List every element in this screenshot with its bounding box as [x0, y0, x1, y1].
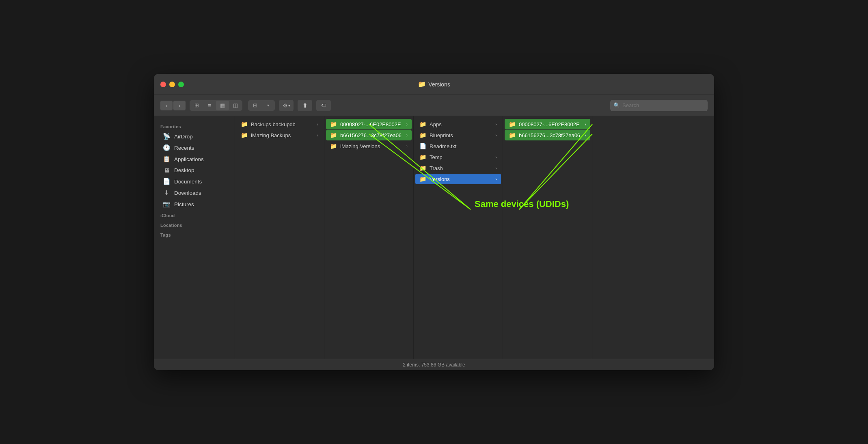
- chevron-icon: ›: [406, 122, 408, 127]
- item-label: Versions: [430, 176, 492, 182]
- item-label: Readme.txt: [430, 143, 497, 149]
- title-folder-icon: 📁: [418, 80, 426, 88]
- sidebar-label-pictures: Pictures: [174, 201, 194, 207]
- item-versions[interactable]: 📁 Versions ›: [415, 174, 501, 184]
- toolbar: ‹ › ⊞ ≡ ▦ ◫ ⊞ ▾ ⚙ ▾ ⬆ 🏷 🔍: [154, 95, 714, 116]
- chevron-icon: ›: [585, 122, 586, 127]
- file-icon: 📄: [419, 143, 426, 149]
- item-udid1-right[interactable]: 📁 00008027-...6E02E8002E ›: [505, 119, 590, 129]
- documents-icon: 📄: [163, 178, 170, 185]
- item-imazing-versions[interactable]: 📁 iMazing.Versions ›: [326, 141, 412, 151]
- item-apps[interactable]: 📁 Apps ›: [415, 119, 501, 129]
- sidebar-label-downloads: Downloads: [174, 190, 201, 196]
- sidebar-label-documents: Documents: [174, 179, 202, 185]
- chevron-icon: ›: [495, 122, 497, 127]
- folder-icon: 📁: [419, 165, 426, 171]
- airdrop-icon: 📡: [163, 133, 170, 140]
- folder-icon: 📁: [419, 176, 426, 182]
- arrange-view-button[interactable]: ⊞: [248, 101, 261, 110]
- item-label: 00008027-...6E02E8002E: [340, 121, 403, 127]
- folder-icon: 📁: [241, 121, 248, 127]
- desktop-icon: 🖥: [163, 167, 170, 174]
- icon-view-button[interactable]: ⊞: [190, 101, 203, 110]
- chevron-icon: ›: [495, 155, 497, 159]
- item-udid1[interactable]: 📁 00008027-...6E02E8002E ›: [326, 119, 412, 129]
- search-box[interactable]: 🔍: [610, 100, 708, 111]
- chevron-icon: ›: [317, 122, 318, 127]
- folder-icon: 📁: [330, 143, 337, 149]
- item-label: b66156276...3c78f27ea06: [340, 132, 403, 138]
- item-label: iMazing Backups: [251, 132, 313, 138]
- main-area: Favorites 📡 AirDrop 🕐 Recents 📋 Applicat…: [154, 116, 714, 359]
- folder-icon: 📁: [419, 132, 426, 138]
- nav-buttons: ‹ ›: [160, 101, 186, 110]
- item-temp[interactable]: 📁 Temp ›: [415, 152, 501, 162]
- sidebar-label-desktop: Desktop: [174, 167, 194, 173]
- folder-icon: 📁: [419, 154, 426, 160]
- gallery-view-button[interactable]: ◫: [229, 101, 242, 110]
- item-blueprints[interactable]: 📁 Blueprints ›: [415, 130, 501, 140]
- maximize-button[interactable]: [178, 82, 184, 87]
- column-1: 📁 Backups.backupdb › 📁 iMazing Backups ›: [235, 116, 324, 359]
- chevron-icon: ›: [406, 133, 408, 138]
- search-input[interactable]: [622, 102, 704, 108]
- sidebar-item-pictures[interactable]: 📷 Pictures: [156, 198, 232, 210]
- item-trash[interactable]: 📁 Trash ›: [415, 163, 501, 173]
- downloads-icon: ⬇: [163, 189, 170, 196]
- sidebar-item-downloads[interactable]: ⬇ Downloads: [156, 187, 232, 198]
- back-button[interactable]: ‹: [160, 101, 173, 110]
- column-2: 📁 00008027-...6E02E8002E › 📁 b66156276..…: [324, 116, 414, 359]
- chevron-icon: ›: [495, 166, 497, 170]
- sidebar-label-airdrop: AirDrop: [174, 134, 193, 140]
- gear-chevron-icon: ▾: [288, 103, 290, 108]
- chevron-icon: ›: [495, 133, 497, 138]
- status-text: 2 items, 753.86 GB available: [403, 362, 465, 368]
- sidebar-label-applications: Applications: [174, 156, 204, 162]
- item-udid2-right[interactable]: 📁 b66156276...3c78f27ea06 ›: [505, 130, 590, 140]
- item-imazing-backups[interactable]: 📁 iMazing Backups ›: [237, 130, 322, 140]
- tag-icon: 🏷: [321, 102, 326, 108]
- gear-button[interactable]: ⚙ ▾: [279, 100, 294, 111]
- item-label: b66156276...3c78f27ea06: [519, 132, 581, 138]
- pictures-icon: 📷: [163, 200, 170, 208]
- sidebar-item-desktop[interactable]: 🖥 Desktop: [156, 165, 232, 176]
- item-label: Backups.backupdb: [251, 121, 313, 127]
- columns-area: 📁 Backups.backupdb › 📁 iMazing Backups ›…: [235, 116, 714, 359]
- titlebar: 📁 Versions: [154, 74, 714, 95]
- sidebar-item-applications[interactable]: 📋 Applications: [156, 153, 232, 165]
- folder-green-icon: 📁: [509, 132, 516, 138]
- minimize-button[interactable]: [169, 82, 175, 87]
- sidebar-item-recents[interactable]: 🕐 Recents: [156, 142, 232, 153]
- forward-button[interactable]: ›: [173, 101, 186, 110]
- item-udid2[interactable]: 📁 b66156276...3c78f27ea06 ›: [326, 130, 412, 140]
- folder-green-icon: 📁: [509, 121, 516, 127]
- list-view-button[interactable]: ≡: [203, 101, 216, 110]
- sidebar-item-airdrop[interactable]: 📡 AirDrop: [156, 131, 232, 142]
- sidebar-section-locations: Locations: [154, 220, 235, 229]
- sidebar-section-tags: Tags: [154, 229, 235, 239]
- item-backups-backupdb[interactable]: 📁 Backups.backupdb ›: [237, 119, 322, 129]
- tag-button[interactable]: 🏷: [316, 100, 331, 111]
- statusbar: 2 items, 753.86 GB available: [154, 359, 714, 370]
- sidebar-section-favorites: Favorites: [154, 121, 235, 131]
- sidebar: Favorites 📡 AirDrop 🕐 Recents 📋 Applicat…: [154, 116, 235, 359]
- folder-icon: 📁: [241, 132, 248, 138]
- item-label: 00008027-...6E02E8002E: [519, 121, 581, 127]
- column-view-button[interactable]: ▦: [216, 101, 229, 110]
- group-view-buttons: ⊞ ▾: [248, 100, 275, 111]
- chevron-icon: ›: [317, 133, 318, 138]
- sidebar-label-recents: Recents: [174, 145, 194, 151]
- item-label: Blueprints: [430, 132, 492, 138]
- search-icon: 🔍: [613, 102, 620, 108]
- folder-green-icon: 📁: [330, 121, 337, 127]
- sidebar-item-documents[interactable]: 📄 Documents: [156, 176, 232, 187]
- view-buttons: ⊞ ≡ ▦ ◫: [190, 100, 242, 111]
- arrange-chevron-button[interactable]: ▾: [261, 101, 274, 110]
- folder-icon: 📁: [419, 121, 426, 127]
- window-title-area: 📁 Versions: [418, 80, 450, 88]
- chevron-icon: ›: [585, 133, 586, 138]
- item-readme[interactable]: 📄 Readme.txt: [415, 141, 501, 151]
- item-label: Trash: [430, 165, 492, 171]
- share-button[interactable]: ⬆: [298, 100, 312, 111]
- close-button[interactable]: [160, 82, 166, 87]
